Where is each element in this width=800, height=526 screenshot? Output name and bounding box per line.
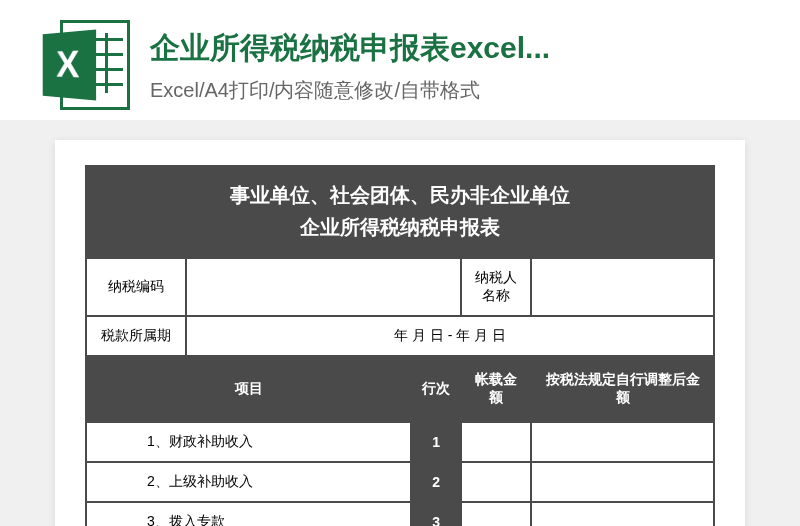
tax-period-value: 年 月 日 - 年 月 日	[186, 316, 714, 356]
info-row-1: 纳税编码 纳税人名称	[86, 258, 714, 316]
info-row-2: 税款所属期 年 月 日 - 年 月 日	[86, 316, 714, 356]
doc-title-line2: 企业所得税纳税申报表	[85, 211, 715, 243]
data-row: 2、上级补助收入 2	[86, 462, 714, 502]
item-adjusted	[531, 422, 714, 462]
doc-header: 事业单位、社会团体、民办非企业单位 企业所得税纳税申报表	[85, 165, 715, 257]
taxpayer-name-value	[531, 258, 714, 316]
item-amount	[461, 462, 531, 502]
item-amount	[461, 422, 531, 462]
item-text: 3、拨入专款	[86, 502, 411, 526]
main-title: 企业所得税纳税申报表excel...	[150, 28, 770, 69]
subtitle: Excel/A4打印/内容随意修改/自带格式	[150, 77, 770, 104]
tax-period-label: 税款所属期	[86, 316, 186, 356]
title-area: 企业所得税纳税申报表excel... Excel/A4打印/内容随意修改/自带格…	[150, 20, 770, 104]
item-num: 2	[411, 462, 461, 502]
data-row: 1、财政补助收入 1	[86, 422, 714, 462]
excel-x-letter: X	[56, 43, 79, 86]
tax-code-label: 纳税编码	[86, 258, 186, 316]
doc-title-line1: 事业单位、社会团体、民办非企业单位	[85, 179, 715, 211]
tax-code-value	[186, 258, 461, 316]
item-adjusted	[531, 502, 714, 526]
col-adjusted: 按税法规定自行调整后金额	[531, 356, 714, 422]
item-text: 1、财政补助收入	[86, 422, 411, 462]
col-rownum: 行次	[411, 356, 461, 422]
header-section: X 企业所得税纳税申报表excel... Excel/A4打印/内容随意修改/自…	[0, 0, 800, 120]
doc-table: 纳税编码 纳税人名称 税款所属期 年 月 日 - 年 月 日 项目 行次 帐载金…	[85, 257, 715, 526]
document-preview: 事业单位、社会团体、民办非企业单位 企业所得税纳税申报表 纳税编码 纳税人名称 …	[55, 140, 745, 526]
col-amount: 帐载金额	[461, 356, 531, 422]
data-row: 3、拨入专款 3	[86, 502, 714, 526]
item-adjusted	[531, 462, 714, 502]
column-header-row: 项目 行次 帐载金额 按税法规定自行调整后金额	[86, 356, 714, 422]
item-num: 1	[411, 422, 461, 462]
excel-icon: X	[40, 20, 130, 110]
taxpayer-name-label: 纳税人名称	[461, 258, 531, 316]
col-item: 项目	[86, 356, 411, 422]
item-num: 3	[411, 502, 461, 526]
item-text: 2、上级补助收入	[86, 462, 411, 502]
item-amount	[461, 502, 531, 526]
